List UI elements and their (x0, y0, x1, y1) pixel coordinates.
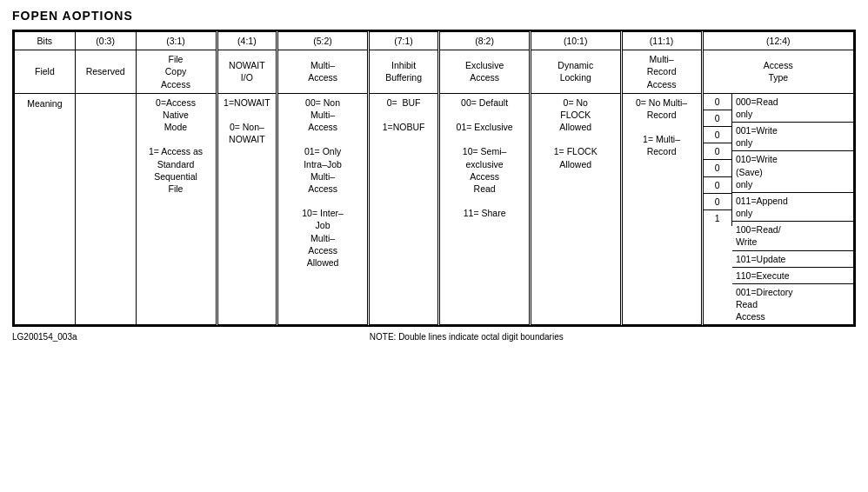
page-title: FOPEN AOPTIONS (12, 9, 856, 23)
bits-row: Bits (0:3) (3:1) (4:1) (5:2) (7:1) (8:2)… (15, 32, 854, 50)
meaning-dynamic: 0= NoFLOCKAllowed 1= FLOCKAllowed (530, 93, 621, 325)
bits-7-1: (7:1) (368, 32, 438, 50)
access-bit-row-4: 0 (704, 143, 732, 160)
bits-label: Bits (15, 32, 76, 50)
access-val-row-5: 100=Read/Write (732, 222, 853, 250)
field-row: Field Reserved FileCopyAccess NOWAITI/O … (15, 50, 854, 94)
meaning-multi-record: 0= No Multi–Record 1= Multi–Record (621, 93, 702, 325)
meaning-access-val-col: 000=Readonly 001=Writeonly 010=Write(Sav… (732, 93, 854, 325)
access-val-row-1: 000=Readonly (732, 94, 853, 123)
access-val-row-7: 110=Execute (732, 267, 853, 283)
field-exclusive: ExclusiveAccess (439, 50, 531, 94)
access-bit-row-6: 0 (704, 176, 732, 193)
meaning-exclusive: 00= Default 01= Exclusive 10= Semi–exclu… (439, 93, 531, 325)
main-table-wrapper: Bits (0:3) (3:1) (4:1) (5:2) (7:1) (8:2)… (12, 30, 856, 327)
meaning-nowait: 1=NOWAIT 0= Non–NOWAIT (217, 93, 277, 325)
access-val-row-3: 010=Write(Save)only (732, 151, 853, 193)
field-dynamic: DynamicLocking (530, 50, 621, 94)
field-label: Field (15, 50, 76, 94)
access-val-row-2: 001=Writeonly (732, 123, 853, 151)
meaning-label: Meaning (15, 93, 76, 325)
meaning-access-bit-col: 0 0 0 0 0 0 0 1 (702, 93, 732, 325)
meaning-reserved (75, 93, 136, 325)
access-val-row-8: 001=DirectoryReadAccess (732, 283, 853, 324)
access-bit-row-1: 0 (704, 94, 732, 110)
access-bit-table: 0 0 0 0 0 0 0 1 (704, 94, 732, 226)
access-bit-row-5: 0 (704, 160, 732, 176)
bits-12-4: (12:4) (702, 32, 853, 50)
field-nowait: NOWAITI/O (217, 50, 277, 94)
meaning-row: Meaning 0=AccessNativeMode 1= Access asS… (15, 93, 854, 325)
bits-11-1: (11:1) (621, 32, 702, 50)
field-file-copy: FileCopyAccess (136, 50, 217, 94)
bits-3-1: (3:1) (136, 32, 217, 50)
access-val-table: 000=Readonly 001=Writeonly 010=Write(Sav… (732, 94, 853, 325)
access-bit-row-2: 0 (704, 110, 732, 126)
meaning-inhibit: 0= BUF 1=NOBUF (368, 93, 438, 325)
field-multi-access: Multi–Access (277, 50, 369, 94)
access-val-row-4: 011=Appendonly (732, 192, 853, 221)
field-multi-record: Multi–RecordAccess (621, 50, 702, 94)
access-bit-row-8: 1 (704, 209, 732, 226)
footer-id: LG200154_003a (12, 332, 77, 342)
bits-10-1: (10:1) (530, 32, 621, 50)
access-bit-row-3: 0 (704, 127, 732, 143)
field-inhibit: InhibitBuffering (368, 50, 438, 94)
fopen-table: Bits (0:3) (3:1) (4:1) (5:2) (7:1) (8:2)… (14, 31, 854, 325)
bits-0-3: (0:3) (75, 32, 136, 50)
access-val-row-6: 101=Update (732, 250, 853, 267)
field-access-type: AccessType (702, 50, 853, 94)
bits-5-2: (5:2) (277, 32, 369, 50)
meaning-multi-access: 00= NonMulti–Access 01= OnlyIntra–JobMul… (277, 93, 369, 325)
bits-8-2: (8:2) (439, 32, 531, 50)
footer: LG200154_003a NOTE: Double lines indicat… (12, 332, 856, 342)
footer-note: NOTE: Double lines indicate octal digit … (370, 332, 564, 342)
bits-4-1: (4:1) (217, 32, 277, 50)
access-bit-row-7: 0 (704, 193, 732, 209)
field-reserved: Reserved (75, 50, 136, 94)
meaning-file-copy: 0=AccessNativeMode 1= Access asStandardS… (136, 93, 217, 325)
